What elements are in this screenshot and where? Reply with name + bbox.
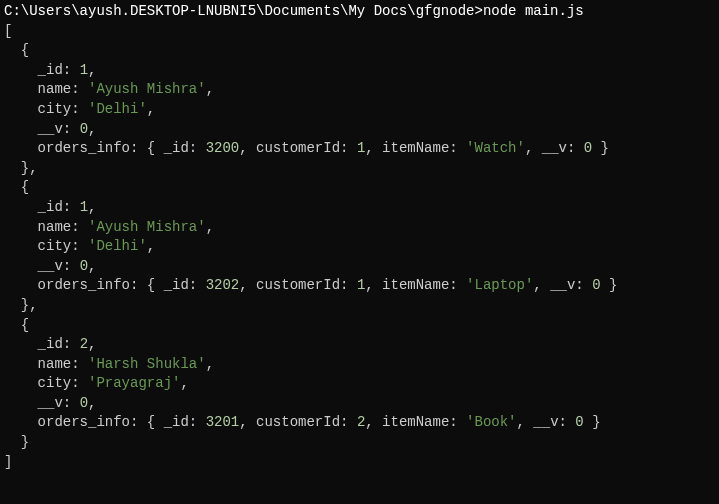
id-key: _id: bbox=[4, 336, 80, 352]
comma: , bbox=[180, 375, 188, 391]
record-v: __v: 0, bbox=[4, 120, 715, 140]
id-val: 2 bbox=[80, 336, 88, 352]
v-key: __v: bbox=[4, 258, 80, 274]
terminal-output: C:\Users\ayush.DESKTOP-LNUBNI5\Documents… bbox=[4, 2, 715, 472]
oi-item: 'Laptop' bbox=[466, 277, 533, 293]
city-val: 'Delhi' bbox=[88, 238, 147, 254]
id-key: _id: bbox=[4, 199, 80, 215]
oi-v: 0 bbox=[592, 277, 600, 293]
city-val: 'Delhi' bbox=[88, 101, 147, 117]
oi-end: } bbox=[601, 277, 618, 293]
record-v: __v: 0, bbox=[4, 257, 715, 277]
record-id: _id: 1, bbox=[4, 61, 715, 81]
record-close: }, bbox=[4, 159, 715, 179]
record-id: _id: 1, bbox=[4, 198, 715, 218]
comma: , bbox=[88, 62, 96, 78]
array-open: [ bbox=[4, 22, 715, 42]
oi-mid2: , itemName: bbox=[365, 414, 466, 430]
record-name: name: 'Harsh Shukla', bbox=[4, 355, 715, 375]
name-val: 'Ayush Mishra' bbox=[88, 81, 206, 97]
v-val: 0 bbox=[80, 121, 88, 137]
oi-id: 3202 bbox=[206, 277, 240, 293]
oi-mid3: , __v: bbox=[525, 140, 584, 156]
name-key: name: bbox=[4, 356, 88, 372]
comma: , bbox=[88, 395, 96, 411]
oi-mid2: , itemName: bbox=[365, 140, 466, 156]
comma: , bbox=[88, 258, 96, 274]
oi-id: 3200 bbox=[206, 140, 240, 156]
oi-prefix: orders_info: { _id: bbox=[4, 414, 206, 430]
record-close: } bbox=[4, 433, 715, 453]
name-key: name: bbox=[4, 81, 88, 97]
record-orders-info: orders_info: { _id: 3201, customerId: 2,… bbox=[4, 413, 715, 433]
array-close: ] bbox=[4, 453, 715, 473]
record-v: __v: 0, bbox=[4, 394, 715, 414]
record-open: { bbox=[4, 316, 715, 336]
comma: , bbox=[206, 356, 214, 372]
record-name: name: 'Ayush Mishra', bbox=[4, 80, 715, 100]
city-val: 'Prayagraj' bbox=[88, 375, 180, 391]
comma: , bbox=[206, 219, 214, 235]
oi-end: } bbox=[592, 140, 609, 156]
record-city: city: 'Delhi', bbox=[4, 237, 715, 257]
oi-mid3: , __v: bbox=[517, 414, 576, 430]
record-name: name: 'Ayush Mishra', bbox=[4, 218, 715, 238]
record-orders-info: orders_info: { _id: 3202, customerId: 1,… bbox=[4, 276, 715, 296]
oi-item: 'Book' bbox=[466, 414, 516, 430]
v-val: 0 bbox=[80, 258, 88, 274]
oi-prefix: orders_info: { _id: bbox=[4, 277, 206, 293]
name-key: name: bbox=[4, 219, 88, 235]
v-key: __v: bbox=[4, 121, 80, 137]
v-key: __v: bbox=[4, 395, 80, 411]
oi-mid1: , customerId: bbox=[239, 414, 357, 430]
oi-mid1: , customerId: bbox=[239, 140, 357, 156]
oi-end: } bbox=[584, 414, 601, 430]
record-city: city: 'Prayagraj', bbox=[4, 374, 715, 394]
record-open: { bbox=[4, 178, 715, 198]
record-city: city: 'Delhi', bbox=[4, 100, 715, 120]
comma: , bbox=[88, 336, 96, 352]
comma: , bbox=[88, 199, 96, 215]
comma: , bbox=[147, 101, 155, 117]
city-key: city: bbox=[4, 101, 88, 117]
oi-item: 'Watch' bbox=[466, 140, 525, 156]
comma: , bbox=[88, 121, 96, 137]
city-key: city: bbox=[4, 375, 88, 391]
record-id: _id: 2, bbox=[4, 335, 715, 355]
oi-prefix: orders_info: { _id: bbox=[4, 140, 206, 156]
id-val: 1 bbox=[80, 199, 88, 215]
oi-v: 0 bbox=[584, 140, 592, 156]
id-val: 1 bbox=[80, 62, 88, 78]
city-key: city: bbox=[4, 238, 88, 254]
oi-mid2: , itemName: bbox=[365, 277, 466, 293]
prompt-line: C:\Users\ayush.DESKTOP-LNUBNI5\Documents… bbox=[4, 2, 715, 22]
oi-mid1: , customerId: bbox=[239, 277, 357, 293]
comma: , bbox=[206, 81, 214, 97]
record-open: { bbox=[4, 41, 715, 61]
oi-v: 0 bbox=[575, 414, 583, 430]
oi-mid3: , __v: bbox=[533, 277, 592, 293]
name-val: 'Harsh Shukla' bbox=[88, 356, 206, 372]
oi-id: 3201 bbox=[206, 414, 240, 430]
name-val: 'Ayush Mishra' bbox=[88, 219, 206, 235]
record-orders-info: orders_info: { _id: 3200, customerId: 1,… bbox=[4, 139, 715, 159]
id-key: _id: bbox=[4, 62, 80, 78]
v-val: 0 bbox=[80, 395, 88, 411]
comma: , bbox=[147, 238, 155, 254]
record-close: }, bbox=[4, 296, 715, 316]
